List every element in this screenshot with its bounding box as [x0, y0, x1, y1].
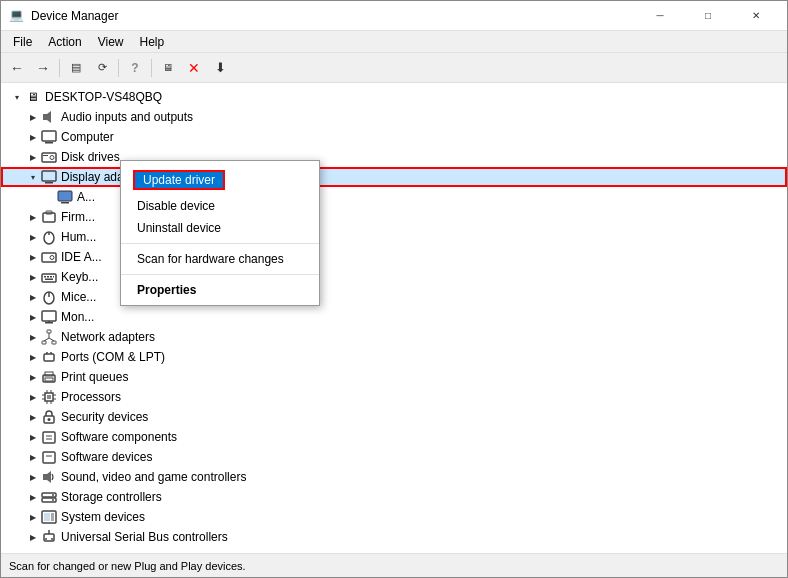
- svg-rect-57: [43, 474, 47, 480]
- svg-point-62: [52, 499, 54, 501]
- tree-item-ports[interactable]: ▶ Ports (COM & LPT): [1, 347, 787, 367]
- toolbar-separator-2: [118, 59, 119, 77]
- system-label: System devices: [61, 510, 145, 524]
- display-expand-icon: ▾: [25, 169, 41, 185]
- maximize-button[interactable]: □: [685, 1, 731, 31]
- title-bar: 💻 Device Manager ─ □ ✕: [1, 1, 787, 31]
- sound-label: Sound, video and game controllers: [61, 470, 246, 484]
- ports-label: Ports (COM & LPT): [61, 350, 165, 364]
- svg-rect-41: [47, 395, 51, 399]
- ctx-separator-1: [121, 243, 319, 244]
- title-bar-controls: ─ □ ✕: [637, 1, 779, 31]
- menu-help[interactable]: Help: [132, 33, 173, 51]
- svg-rect-65: [51, 513, 54, 521]
- update-driver-button[interactable]: ⟳: [90, 56, 114, 80]
- ctx-disable-device[interactable]: Disable device: [121, 195, 319, 217]
- disk-label: Disk drives: [61, 150, 120, 164]
- computer-icon: 🖥: [25, 89, 41, 105]
- tree-item-processors[interactable]: ▶ Processors: [1, 387, 787, 407]
- svg-rect-29: [42, 341, 46, 344]
- scan-changes-button[interactable]: ⬇: [208, 56, 232, 80]
- tree-item-software-components[interactable]: ▶ Software components: [1, 427, 787, 447]
- tree-item-software-devices[interactable]: ▶ Software devices: [1, 447, 787, 467]
- firmware-label: Firm...: [61, 210, 95, 224]
- tree-item-audio[interactable]: ▶ Audio inputs and outputs: [1, 107, 787, 127]
- tree-item-display-adapters[interactable]: ▾ Display adapters: [1, 167, 787, 187]
- processors-expand-icon: ▶: [25, 389, 41, 405]
- tree-item-print[interactable]: ▶ Print queues: [1, 367, 787, 387]
- tree-item-network[interactable]: ▶ Network adapters: [1, 327, 787, 347]
- svg-point-5: [50, 156, 54, 160]
- svg-rect-17: [42, 274, 56, 282]
- tree-view[interactable]: ▾ 🖥 DESKTOP-VS48QBQ ▶ Audio inputs and o…: [1, 83, 787, 553]
- ctx-separator-2: [121, 274, 319, 275]
- ide-label: IDE A...: [61, 250, 102, 264]
- system-expand-icon: ▶: [25, 509, 41, 525]
- menu-file[interactable]: File: [5, 33, 40, 51]
- menu-action[interactable]: Action: [40, 33, 89, 51]
- print-label: Print queues: [61, 370, 128, 384]
- uninstall-button[interactable]: ✕: [182, 56, 206, 80]
- keyboards-expand-icon: ▶: [25, 269, 41, 285]
- tree-item-storage[interactable]: ▶ Storage controllers: [1, 487, 787, 507]
- svg-marker-1: [47, 111, 51, 123]
- svg-rect-64: [44, 513, 50, 521]
- tree-root[interactable]: ▾ 🖥 DESKTOP-VS48QBQ: [1, 87, 787, 107]
- properties-button[interactable]: ▤: [64, 56, 88, 80]
- window-icon: 💻: [9, 8, 25, 24]
- display-icon: [41, 169, 57, 185]
- svg-rect-22: [45, 279, 53, 281]
- hid-label: Hum...: [61, 230, 96, 244]
- svg-rect-19: [47, 276, 49, 278]
- ctx-update-driver[interactable]: Update driver: [125, 167, 315, 193]
- tree-item-computer[interactable]: ▶ Computer: [1, 127, 787, 147]
- forward-button[interactable]: →: [31, 56, 55, 80]
- processors-icon: [41, 389, 57, 405]
- update-driver-label: Update driver: [133, 170, 225, 190]
- svg-rect-55: [43, 452, 55, 463]
- device-icon-button[interactable]: 🖥: [156, 56, 180, 80]
- svg-rect-20: [50, 276, 52, 278]
- window-title: Device Manager: [31, 9, 637, 23]
- back-button[interactable]: ←: [5, 56, 29, 80]
- tree-item-system[interactable]: ▶ System devices: [1, 507, 787, 527]
- svg-rect-3: [45, 142, 53, 144]
- tree-item-display-child[interactable]: A...: [1, 187, 787, 207]
- network-expand-icon: ▶: [25, 329, 41, 345]
- root-label: DESKTOP-VS48QBQ: [45, 90, 162, 104]
- sound-expand-icon: ▶: [25, 469, 41, 485]
- security-icon: [41, 409, 57, 425]
- computer-label: Computer: [61, 130, 114, 144]
- tree-item-firmware[interactable]: ▶ Firm...: [1, 207, 787, 227]
- svg-point-61: [52, 494, 54, 496]
- menu-view[interactable]: View: [90, 33, 132, 51]
- keyboards-label: Keyb...: [61, 270, 98, 284]
- minimize-button[interactable]: ─: [637, 1, 683, 31]
- ctx-properties[interactable]: Properties: [121, 279, 319, 301]
- tree-item-ide[interactable]: ▶ IDE A...: [1, 247, 787, 267]
- tree-item-usb[interactable]: ▶ Universal Serial Bus controllers: [1, 527, 787, 547]
- security-label: Security devices: [61, 410, 148, 424]
- ctx-scan-hardware[interactable]: Scan for hardware changes: [121, 248, 319, 270]
- tree-item-hid[interactable]: ▶ Hum...: [1, 227, 787, 247]
- tree-item-keyboards[interactable]: ▶ Keyb...: [1, 267, 787, 287]
- display-child-icon: [57, 189, 73, 205]
- svg-rect-6: [43, 155, 48, 156]
- svg-rect-25: [42, 311, 56, 321]
- help-button[interactable]: ?: [123, 56, 147, 80]
- tree-item-sound[interactable]: ▶ Sound, video and game controllers: [1, 467, 787, 487]
- svg-marker-58: [47, 471, 51, 483]
- sw-comp-label: Software components: [61, 430, 177, 444]
- close-button[interactable]: ✕: [733, 1, 779, 31]
- svg-rect-8: [45, 182, 53, 184]
- tree-item-monitors[interactable]: ▶ Mon...: [1, 307, 787, 327]
- tree-item-security[interactable]: ▶ Security devices: [1, 407, 787, 427]
- sw-comp-icon: [41, 429, 57, 445]
- tree-item-disk[interactable]: ▶ Disk drives: [1, 147, 787, 167]
- ctx-uninstall-device[interactable]: Uninstall device: [121, 217, 319, 239]
- sound-icon: [41, 469, 57, 485]
- storage-icon: [41, 489, 57, 505]
- computer-expand-icon: ▶: [25, 129, 41, 145]
- ports-expand-icon: ▶: [25, 349, 41, 365]
- tree-item-mice[interactable]: ▶ Mice...: [1, 287, 787, 307]
